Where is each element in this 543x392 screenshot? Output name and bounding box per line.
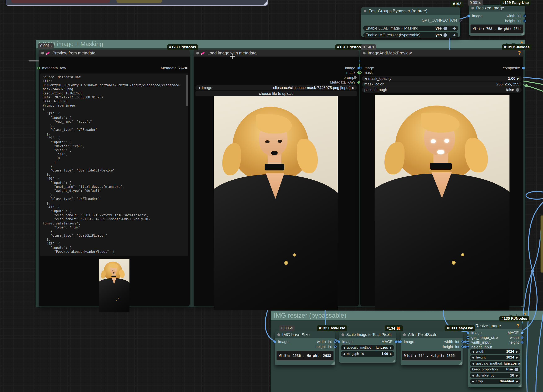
output-height-int[interactable]: height_int [469, 19, 525, 23]
input-port-dot[interactable] [467, 346, 469, 349]
output-port-dot[interactable] [521, 336, 524, 339]
output-port-dot[interactable] [524, 15, 526, 17]
node-after-pixelscale[interactable]: After PixelScale image width_int height_… [401, 331, 463, 365]
output-port-dot[interactable] [522, 67, 525, 69]
collapse-dot[interactable] [364, 10, 366, 12]
node-resized-image[interactable]: Resized Image image width_int height_int… [469, 5, 525, 36]
node-graph-canvas[interactable]: LOAD image + Masking ▶ ⇆ ⚙ IMG resizer (… [0, 0, 543, 392]
decrement-icon[interactable]: ◀ [472, 356, 474, 359]
node-image-and-mask-preview[interactable]: ImageAndMaskPreview ? image mask composi… [360, 50, 523, 306]
output-port-dot[interactable] [185, 67, 187, 69]
output-metadata-raw[interactable]: Metadata RAW [39, 66, 190, 70]
node-titlebar[interactable]: Scale Image to Total Pixels [339, 331, 396, 338]
widget-crop[interactable]: ◀ crop disabled ▶ [470, 379, 520, 384]
output-port-dot[interactable] [395, 341, 397, 343]
node-scale-image-total-pixels[interactable]: Scale Image to Total Pixels image IMAGE … [339, 331, 396, 363]
collapse-dot[interactable] [277, 333, 280, 336]
widget-divisible-by[interactable]: ◀ divisible_by 16 ▶ [470, 373, 520, 378]
node-resize-handle[interactable] [521, 32, 524, 35]
node-titlebar[interactable]: Preview from metadata [39, 50, 190, 56]
node-resize-handle[interactable] [459, 361, 462, 364]
partial-node-top-left[interactable] [6, 0, 268, 6]
toggle-knob[interactable] [515, 368, 518, 371]
widget-keep-proportion[interactable]: keep_proportion true [470, 367, 520, 372]
widget-width[interactable]: ◀ width 1024 ▶ [470, 349, 520, 354]
output-port-dot[interactable] [521, 331, 524, 334]
node-preview-from-metadata[interactable]: Preview from metadata metadata_raw Metad… [39, 50, 190, 306]
increment-icon[interactable]: ▶ [516, 374, 518, 377]
node-titlebar[interactable]: Resize Image ? [468, 323, 522, 329]
output-width-int[interactable]: width_int [275, 339, 335, 344]
node-img-base-size[interactable]: IMG base Size image width_int height_int… [275, 331, 335, 365]
next-value-icon[interactable]: ▶ [516, 380, 518, 383]
choose-file-button[interactable]: choose file to upload [195, 91, 357, 96]
collapse-dot[interactable] [196, 52, 199, 55]
node-titlebar[interactable]: IMG base Size [275, 331, 335, 338]
widget-mask-opacity[interactable]: ◀ mask_opacity 1.00 ▶ [362, 76, 522, 81]
metadata-text-area[interactable]: Source: Metadata RAW File: D:/ComfyUI_SD… [40, 73, 188, 256]
toggle-enable-load-group[interactable]: Enable LOAD image + Masking yes ➜ [363, 26, 458, 31]
output-composite[interactable]: composite [360, 66, 523, 70]
next-value-icon[interactable]: ▶ [519, 362, 521, 365]
output-port-dot[interactable] [461, 346, 464, 348]
decrement-icon[interactable]: ◀ [472, 350, 474, 353]
node-load-image-with-metadata[interactable]: Load image with metadata image mask prom… [194, 50, 359, 306]
next-value-icon[interactable]: ▶ [390, 346, 392, 349]
output-image[interactable]: IMAGE [468, 330, 522, 335]
output-port-dot[interactable] [357, 81, 360, 84]
prev-value-icon[interactable]: ◀ [472, 362, 474, 365]
next-value-icon[interactable]: ▶ [352, 86, 354, 90]
output-port-dot[interactable] [459, 19, 462, 22]
widget-height[interactable]: ◀ height 1024 ▶ [470, 355, 520, 360]
help-icon[interactable]: ? [518, 50, 521, 56]
increment-icon[interactable]: ▶ [516, 356, 518, 359]
reroute-dot[interactable] [525, 84, 528, 87]
toggle-knob[interactable] [443, 33, 447, 37]
output-port-dot[interactable] [334, 341, 337, 343]
output-port-dot[interactable] [461, 341, 464, 343]
widget-mask-color[interactable]: mask_color 255, 255, 255 [362, 81, 522, 87]
output-port-dot[interactable] [524, 20, 526, 22]
output-prompt[interactable]: prompt [194, 75, 359, 80]
widget-megapixels[interactable]: ◀ megapixels 1.00 ▶ [341, 351, 394, 357]
toggle-enable-img-resizer[interactable]: Enable IMG resizer (bypassable) yes ➜ [363, 32, 458, 38]
increment-icon[interactable]: ▶ [516, 350, 518, 353]
prev-value-icon[interactable]: ◀ [343, 346, 345, 349]
widget-stub-olive[interactable] [116, 0, 162, 3]
output-height-int[interactable]: height_int [401, 344, 463, 349]
output-image[interactable]: IMAGE [339, 339, 396, 344]
collapse-dot[interactable] [341, 333, 344, 336]
widget-stub-maroon[interactable] [11, 0, 110, 3]
widget-upscale-method[interactable]: ◀ upscale_method lanczos ▶ [341, 345, 394, 350]
decrement-icon[interactable]: ◀ [364, 77, 367, 80]
toggle-knob[interactable] [443, 27, 447, 30]
jump-to-group-icon[interactable]: ➜ [452, 26, 456, 30]
output-image[interactable]: image [194, 66, 359, 70]
node-resize-handle[interactable] [518, 384, 521, 387]
help-icon[interactable]: ? [517, 323, 520, 329]
node-titlebar[interactable]: Load image with metadata [194, 50, 359, 56]
node-titlebar[interactable]: ImageAndMaskPreview ? [360, 50, 523, 56]
output-width-int[interactable]: width_int [469, 14, 525, 18]
node-fast-groups-bypasser[interactable]: Fast Groups Bypasser (rgthree) OPT_CONNE… [361, 7, 460, 37]
decrement-icon[interactable]: ◀ [343, 353, 345, 355]
output-metadata-raw[interactable]: Metadata RAW [194, 80, 359, 85]
collapse-dot[interactable] [471, 7, 474, 9]
partial-node-right-edge[interactable] [541, 215, 543, 273]
jump-to-group-icon[interactable]: ➜ [452, 33, 456, 37]
increment-icon[interactable]: ▶ [390, 353, 392, 355]
output-height[interactable]: height [468, 340, 522, 345]
collapse-dot[interactable] [363, 52, 366, 55]
input-mask[interactable]: mask [360, 70, 523, 75]
node-titlebar[interactable]: Fast Groups Bypasser (rgthree) [361, 7, 460, 15]
output-height-int[interactable]: height_int [275, 344, 335, 349]
output-port-dot[interactable] [334, 346, 337, 348]
widget-pass-through[interactable]: pass_through false [362, 87, 522, 93]
prev-value-icon[interactable]: ◀ [198, 86, 200, 90]
input-port-dot[interactable] [359, 71, 362, 74]
output-mask[interactable]: mask [194, 70, 359, 75]
node-resize-handle[interactable] [264, 1, 267, 5]
increment-icon[interactable]: ▶ [517, 77, 519, 80]
output-opt-connection[interactable]: OPT_CONNECTION [361, 18, 460, 22]
image-file-combo[interactable]: ◀ image clipspace/clipspace-mask-7446075… [195, 85, 357, 90]
